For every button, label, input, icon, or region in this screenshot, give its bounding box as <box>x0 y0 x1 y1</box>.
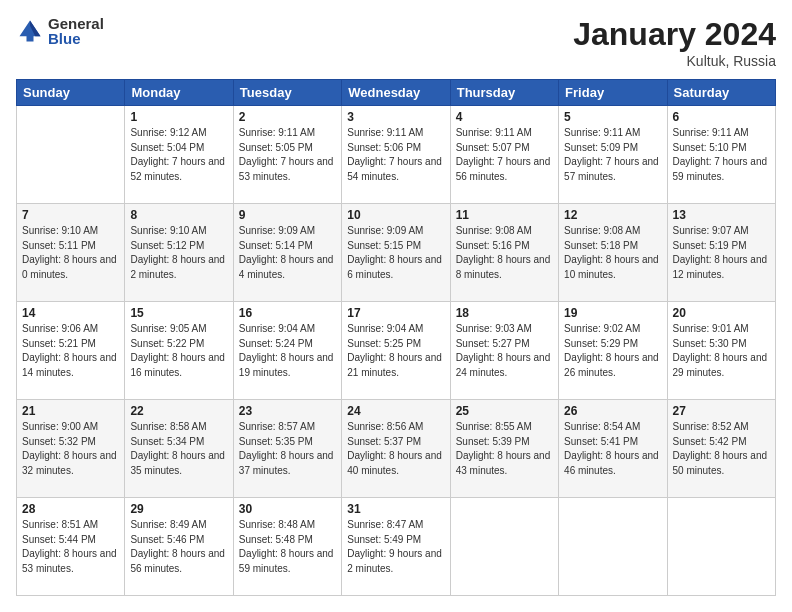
day-number: 1 <box>130 110 227 124</box>
day-number: 21 <box>22 404 119 418</box>
calendar-week-row: 28Sunrise: 8:51 AMSunset: 5:44 PMDayligh… <box>17 498 776 596</box>
day-info: Sunrise: 8:56 AMSunset: 5:37 PMDaylight:… <box>347 420 444 478</box>
calendar-cell: 9Sunrise: 9:09 AMSunset: 5:14 PMDaylight… <box>233 204 341 302</box>
day-number: 20 <box>673 306 770 320</box>
calendar-cell: 15Sunrise: 9:05 AMSunset: 5:22 PMDayligh… <box>125 302 233 400</box>
day-info: Sunrise: 9:00 AMSunset: 5:32 PMDaylight:… <box>22 420 119 478</box>
calendar-cell: 8Sunrise: 9:10 AMSunset: 5:12 PMDaylight… <box>125 204 233 302</box>
day-info: Sunrise: 9:11 AMSunset: 5:05 PMDaylight:… <box>239 126 336 184</box>
day-info: Sunrise: 9:10 AMSunset: 5:11 PMDaylight:… <box>22 224 119 282</box>
calendar-cell: 23Sunrise: 8:57 AMSunset: 5:35 PMDayligh… <box>233 400 341 498</box>
calendar-cell <box>450 498 558 596</box>
calendar-cell: 13Sunrise: 9:07 AMSunset: 5:19 PMDayligh… <box>667 204 775 302</box>
day-number: 14 <box>22 306 119 320</box>
calendar-cell: 3Sunrise: 9:11 AMSunset: 5:06 PMDaylight… <box>342 106 450 204</box>
day-info: Sunrise: 9:08 AMSunset: 5:18 PMDaylight:… <box>564 224 661 282</box>
day-info: Sunrise: 9:04 AMSunset: 5:24 PMDaylight:… <box>239 322 336 380</box>
calendar-cell: 27Sunrise: 8:52 AMSunset: 5:42 PMDayligh… <box>667 400 775 498</box>
title-block: January 2024 Kultuk, Russia <box>573 16 776 69</box>
day-info: Sunrise: 9:09 AMSunset: 5:14 PMDaylight:… <box>239 224 336 282</box>
calendar-cell: 11Sunrise: 9:08 AMSunset: 5:16 PMDayligh… <box>450 204 558 302</box>
calendar-cell: 14Sunrise: 9:06 AMSunset: 5:21 PMDayligh… <box>17 302 125 400</box>
calendar-cell: 2Sunrise: 9:11 AMSunset: 5:05 PMDaylight… <box>233 106 341 204</box>
day-info: Sunrise: 8:48 AMSunset: 5:48 PMDaylight:… <box>239 518 336 576</box>
day-info: Sunrise: 9:12 AMSunset: 5:04 PMDaylight:… <box>130 126 227 184</box>
day-info: Sunrise: 9:11 AMSunset: 5:09 PMDaylight:… <box>564 126 661 184</box>
calendar-cell: 17Sunrise: 9:04 AMSunset: 5:25 PMDayligh… <box>342 302 450 400</box>
calendar-cell: 26Sunrise: 8:54 AMSunset: 5:41 PMDayligh… <box>559 400 667 498</box>
calendar-header-row: SundayMondayTuesdayWednesdayThursdayFrid… <box>17 80 776 106</box>
logo-text: General Blue <box>48 16 104 46</box>
calendar-cell: 25Sunrise: 8:55 AMSunset: 5:39 PMDayligh… <box>450 400 558 498</box>
day-number: 9 <box>239 208 336 222</box>
day-number: 25 <box>456 404 553 418</box>
calendar-cell: 7Sunrise: 9:10 AMSunset: 5:11 PMDaylight… <box>17 204 125 302</box>
day-info: Sunrise: 9:11 AMSunset: 5:07 PMDaylight:… <box>456 126 553 184</box>
day-info: Sunrise: 8:51 AMSunset: 5:44 PMDaylight:… <box>22 518 119 576</box>
day-number: 31 <box>347 502 444 516</box>
day-info: Sunrise: 9:02 AMSunset: 5:29 PMDaylight:… <box>564 322 661 380</box>
calendar-cell: 10Sunrise: 9:09 AMSunset: 5:15 PMDayligh… <box>342 204 450 302</box>
calendar-cell: 18Sunrise: 9:03 AMSunset: 5:27 PMDayligh… <box>450 302 558 400</box>
day-info: Sunrise: 9:11 AMSunset: 5:10 PMDaylight:… <box>673 126 770 184</box>
location: Kultuk, Russia <box>573 53 776 69</box>
day-info: Sunrise: 9:04 AMSunset: 5:25 PMDaylight:… <box>347 322 444 380</box>
day-number: 11 <box>456 208 553 222</box>
day-info: Sunrise: 8:54 AMSunset: 5:41 PMDaylight:… <box>564 420 661 478</box>
calendar-cell: 29Sunrise: 8:49 AMSunset: 5:46 PMDayligh… <box>125 498 233 596</box>
calendar-cell: 21Sunrise: 9:00 AMSunset: 5:32 PMDayligh… <box>17 400 125 498</box>
calendar-cell: 22Sunrise: 8:58 AMSunset: 5:34 PMDayligh… <box>125 400 233 498</box>
day-number: 28 <box>22 502 119 516</box>
logo-blue-text: Blue <box>48 31 104 46</box>
calendar-header-wednesday: Wednesday <box>342 80 450 106</box>
calendar-cell: 24Sunrise: 8:56 AMSunset: 5:37 PMDayligh… <box>342 400 450 498</box>
day-info: Sunrise: 9:09 AMSunset: 5:15 PMDaylight:… <box>347 224 444 282</box>
day-number: 2 <box>239 110 336 124</box>
day-number: 12 <box>564 208 661 222</box>
calendar-cell <box>667 498 775 596</box>
day-info: Sunrise: 8:47 AMSunset: 5:49 PMDaylight:… <box>347 518 444 576</box>
day-number: 30 <box>239 502 336 516</box>
calendar-week-row: 14Sunrise: 9:06 AMSunset: 5:21 PMDayligh… <box>17 302 776 400</box>
day-number: 27 <box>673 404 770 418</box>
day-info: Sunrise: 9:08 AMSunset: 5:16 PMDaylight:… <box>456 224 553 282</box>
calendar-cell: 20Sunrise: 9:01 AMSunset: 5:30 PMDayligh… <box>667 302 775 400</box>
day-info: Sunrise: 9:05 AMSunset: 5:22 PMDaylight:… <box>130 322 227 380</box>
calendar-cell: 28Sunrise: 8:51 AMSunset: 5:44 PMDayligh… <box>17 498 125 596</box>
calendar-week-row: 1Sunrise: 9:12 AMSunset: 5:04 PMDaylight… <box>17 106 776 204</box>
calendar-cell <box>17 106 125 204</box>
calendar-cell: 6Sunrise: 9:11 AMSunset: 5:10 PMDaylight… <box>667 106 775 204</box>
day-info: Sunrise: 9:06 AMSunset: 5:21 PMDaylight:… <box>22 322 119 380</box>
day-number: 18 <box>456 306 553 320</box>
day-number: 23 <box>239 404 336 418</box>
logo-general-text: General <box>48 16 104 31</box>
day-number: 17 <box>347 306 444 320</box>
calendar-cell: 5Sunrise: 9:11 AMSunset: 5:09 PMDaylight… <box>559 106 667 204</box>
calendar-week-row: 7Sunrise: 9:10 AMSunset: 5:11 PMDaylight… <box>17 204 776 302</box>
calendar-cell: 31Sunrise: 8:47 AMSunset: 5:49 PMDayligh… <box>342 498 450 596</box>
day-number: 10 <box>347 208 444 222</box>
day-info: Sunrise: 8:57 AMSunset: 5:35 PMDaylight:… <box>239 420 336 478</box>
calendar-header-friday: Friday <box>559 80 667 106</box>
calendar-week-row: 21Sunrise: 9:00 AMSunset: 5:32 PMDayligh… <box>17 400 776 498</box>
calendar-cell: 1Sunrise: 9:12 AMSunset: 5:04 PMDaylight… <box>125 106 233 204</box>
day-number: 3 <box>347 110 444 124</box>
day-number: 22 <box>130 404 227 418</box>
day-number: 29 <box>130 502 227 516</box>
day-number: 15 <box>130 306 227 320</box>
day-info: Sunrise: 9:11 AMSunset: 5:06 PMDaylight:… <box>347 126 444 184</box>
calendar-header-saturday: Saturday <box>667 80 775 106</box>
day-info: Sunrise: 8:58 AMSunset: 5:34 PMDaylight:… <box>130 420 227 478</box>
calendar-cell: 16Sunrise: 9:04 AMSunset: 5:24 PMDayligh… <box>233 302 341 400</box>
day-number: 8 <box>130 208 227 222</box>
day-number: 6 <box>673 110 770 124</box>
day-number: 7 <box>22 208 119 222</box>
calendar-cell: 19Sunrise: 9:02 AMSunset: 5:29 PMDayligh… <box>559 302 667 400</box>
day-number: 26 <box>564 404 661 418</box>
day-number: 13 <box>673 208 770 222</box>
day-number: 5 <box>564 110 661 124</box>
calendar-cell <box>559 498 667 596</box>
header: General Blue January 2024 Kultuk, Russia <box>16 16 776 69</box>
calendar-header-thursday: Thursday <box>450 80 558 106</box>
day-number: 24 <box>347 404 444 418</box>
